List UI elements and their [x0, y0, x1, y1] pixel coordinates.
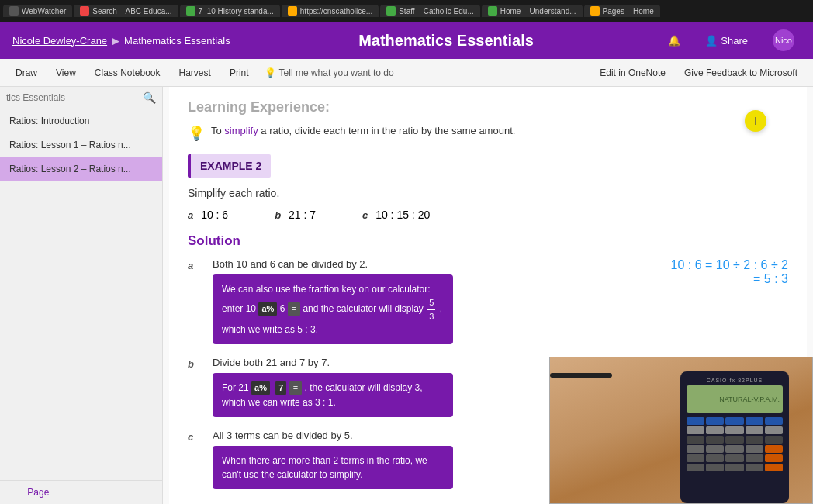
- part-a-value: 10 : 6: [201, 209, 228, 221]
- ribbon-edit-onenote[interactable]: Edit in OneNote: [593, 64, 672, 81]
- calc-btn-b-percent: a%: [251, 381, 270, 395]
- tell-me-text: Tell me what you want to do: [279, 67, 394, 78]
- main-layout: 🔍 Ratios: Introduction Ratios: Lesson 1 …: [0, 87, 813, 504]
- bell-button[interactable]: 🔔: [662, 32, 687, 50]
- sidebar-item-ratios-lesson2[interactable]: Ratios: Lesson 2 – Ratios n...: [0, 157, 162, 181]
- tab-abc[interactable]: Search – ABC Educa...: [74, 5, 178, 17]
- ribbon-harvest[interactable]: Harvest: [173, 64, 217, 81]
- page-title: Mathematics Essentials: [230, 32, 663, 50]
- tab-label: Home – Understand...: [500, 7, 576, 16]
- fraction-display-a: 5 3: [427, 296, 435, 323]
- part-b-value: 21 : 7: [289, 209, 316, 221]
- add-page-button[interactable]: + + Page: [0, 480, 162, 504]
- tab-label: WebWatcher: [22, 7, 66, 16]
- ribbon-feedback[interactable]: Give Feedback to Microsoft: [678, 64, 804, 81]
- breadcrumb: Nicole Dewley-Crane ▶ Mathematics Essent…: [12, 35, 230, 47]
- solution-letter-c: c: [188, 431, 200, 443]
- user-name[interactable]: Nicole Dewley-Crane: [12, 35, 107, 47]
- solution-title: Solution: [188, 233, 788, 249]
- solution-letter-a: a: [188, 260, 200, 271]
- calculator-photo-inner: CASIO fx-82PLUS NATURAL-V.P.A.M.: [550, 357, 812, 503]
- learning-heading: Learning Experience:: [188, 99, 788, 116]
- calc-buttons: [687, 417, 783, 471]
- equations-col-a: 10 : 6 = 10 ÷ 2 : 6 ÷ 2 = 5 : 3: [671, 258, 788, 286]
- calculator-box-a: We can also use the fraction key on our …: [213, 274, 453, 344]
- solution-text-a: Both 10 and 6 can be divided by 2.: [213, 258, 652, 270]
- tab-cns[interactable]: https://cnscatholice...: [282, 5, 379, 17]
- search-input[interactable]: [6, 92, 138, 103]
- tab-label: Staff – Catholic Edu...: [399, 7, 474, 16]
- calc-screen: NATURAL-V.P.A.M.: [687, 385, 783, 413]
- ribbon-draw[interactable]: Draw: [9, 64, 43, 81]
- lightbulb-icon: 💡: [265, 67, 276, 78]
- search-icon: 🔍: [143, 91, 156, 104]
- tab-pages[interactable]: Pages – Home: [584, 5, 660, 17]
- part-b-letter: b: [275, 209, 281, 221]
- eq-a-2: = 5 : 3: [671, 272, 788, 286]
- example-label: EXAMPLE 2: [200, 160, 261, 172]
- part-c-value: 10 : 15 : 20: [375, 209, 430, 221]
- tab-label: Pages – Home: [603, 7, 654, 16]
- calc-equals-b: =: [289, 381, 302, 395]
- share-label: Share: [721, 35, 748, 47]
- content-area: I Learning Experience: 💡 To simplify a r…: [163, 87, 813, 504]
- sidebar-search-area[interactable]: 🔍: [0, 87, 162, 109]
- header-actions: 🔔 👤 Share Nico: [662, 26, 801, 54]
- plus-icon: +: [9, 487, 15, 498]
- problem-title: Simplify each ratio.: [188, 187, 788, 199]
- fraction-numerator: 5: [427, 296, 435, 310]
- part-c-letter: c: [362, 209, 368, 221]
- calc-device: CASIO fx-82PLUS NATURAL-V.P.A.M.: [680, 371, 789, 503]
- share-button[interactable]: 👤 Share: [699, 32, 754, 50]
- sidebar-item-ratios-lesson1[interactable]: Ratios: Lesson 1 – Ratios n...: [0, 133, 162, 157]
- calculator-photo: CASIO fx-82PLUS NATURAL-V.P.A.M.: [549, 357, 813, 504]
- ribbon-class-notebook[interactable]: Class Notebook: [88, 64, 167, 81]
- tab-label: Search – ABC Educa...: [92, 7, 171, 16]
- calc-btn-a-percent: a%: [258, 302, 277, 316]
- tip-icon: 💡: [188, 125, 205, 142]
- onenote-header: Nicole Dewley-Crane ▶ Mathematics Essent…: [0, 22, 813, 59]
- bell-icon: 🔔: [668, 35, 680, 47]
- tip-box: 💡 To simplify a ratio, divide each term …: [188, 125, 788, 142]
- ribbon-view[interactable]: View: [50, 64, 82, 81]
- cursor-indicator: I: [745, 110, 766, 132]
- calculator-box-c: When there are more than 2 terms in the …: [213, 446, 453, 489]
- example-box: EXAMPLE 2: [188, 154, 271, 178]
- user-menu-button[interactable]: Nico: [766, 26, 801, 54]
- sidebar-items: Ratios: Introduction Ratios: Lesson 1 – …: [0, 109, 162, 480]
- problem-parts: a 10 : 6 b 21 : 7 c 10 : 15 : 20: [188, 209, 788, 221]
- avatar: Nico: [773, 29, 794, 51]
- tab-webwatcher[interactable]: WebWatcher: [3, 5, 72, 17]
- tab-label: https://cnscatholice...: [300, 7, 372, 16]
- sidebar: 🔍 Ratios: Introduction Ratios: Lesson 1 …: [0, 87, 163, 504]
- solution-letter-b: b: [188, 358, 200, 370]
- tab-label: 7–10 History standa...: [199, 7, 274, 16]
- ribbon: Draw View Class Notebook Harvest Print 💡…: [0, 59, 813, 87]
- breadcrumb-section[interactable]: Mathematics Essentials: [124, 35, 230, 47]
- problem-part-b: b 21 : 7: [275, 209, 316, 221]
- fraction-denominator: 3: [427, 310, 435, 323]
- solution-content-a: Both 10 and 6 can be divided by 2. We ca…: [213, 258, 652, 344]
- part-a-letter: a: [188, 209, 193, 221]
- tab-history[interactable]: 7–10 History standa...: [180, 5, 280, 17]
- browser-tabs-bar: WebWatcher Search – ABC Educa... 7–10 Hi…: [0, 0, 813, 22]
- calculator-box-b: For 21 a% 7 = , the calculator will disp…: [213, 373, 453, 417]
- sidebar-item-ratios-intro[interactable]: Ratios: Introduction: [0, 109, 162, 133]
- problem-part-a: a 10 : 6: [188, 209, 228, 221]
- tip-text: To simplify a ratio, divide each term in…: [211, 125, 515, 136]
- solution-part-a: a Both 10 and 6 can be divided by 2. We …: [188, 258, 788, 344]
- share-icon: 👤: [705, 35, 718, 47]
- tip-highlight: simplify: [224, 125, 258, 136]
- breadcrumb-separator: ▶: [112, 35, 119, 47]
- calc-equals-a: =: [288, 302, 300, 316]
- tab-staff[interactable]: Staff – Catholic Edu...: [380, 5, 480, 17]
- problem-part-c: c 10 : 15 : 20: [362, 209, 430, 221]
- tab-home[interactable]: Home – Understand...: [482, 5, 583, 17]
- ribbon-tell-me[interactable]: 💡 Tell me what you want to do: [265, 67, 394, 78]
- ribbon-print[interactable]: Print: [223, 64, 255, 81]
- calc-btn-b-7: 7: [275, 381, 286, 395]
- eq-a-1: 10 : 6 = 10 ÷ 2 : 6 ÷ 2: [671, 258, 788, 272]
